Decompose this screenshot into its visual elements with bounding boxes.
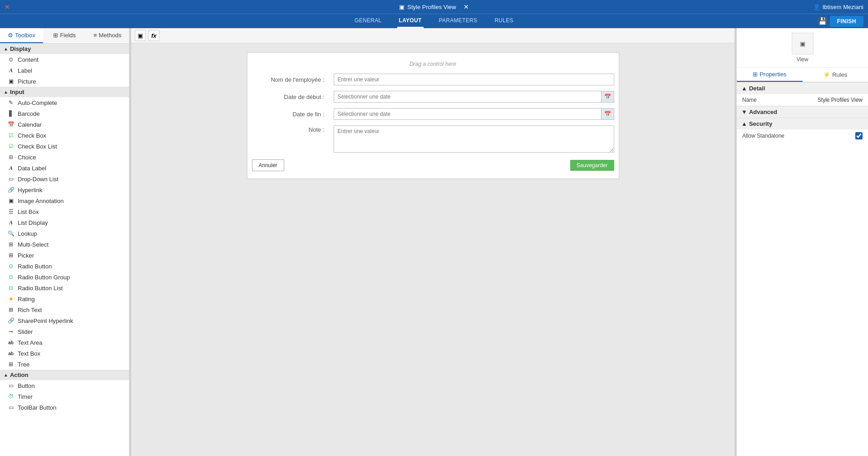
radiobuttongroup-label: Radio Button Group bbox=[18, 274, 70, 281]
tab-rules[interactable]: RULES bbox=[493, 14, 515, 28]
toolbox-item-listdisplay[interactable]: A List Display bbox=[0, 217, 129, 228]
toolbox-item-radiobuttongroup[interactable]: ⊙ Radio Button Group bbox=[0, 272, 129, 283]
picker-label: Picker bbox=[18, 252, 34, 259]
toolbarbutton-label: ToolBar Button bbox=[18, 404, 56, 411]
sauvegarder-button[interactable]: Sauvegarder bbox=[570, 160, 614, 171]
checkbox-icon: ☑ bbox=[7, 132, 15, 139]
sidebar-tab-toolbox[interactable]: ⚙ Toolbox bbox=[0, 28, 43, 43]
checkboxlist-icon: ☑ bbox=[7, 143, 15, 150]
allowstandalone-checkbox[interactable] bbox=[855, 132, 863, 139]
rp-section-detail[interactable]: ▲ Detail bbox=[737, 82, 868, 94]
methods-icon: ≡ bbox=[94, 32, 97, 39]
rp-row-name: Name Style Profiles View bbox=[737, 94, 868, 106]
toolbox-item-checkbox[interactable]: ☑ Check Box bbox=[0, 130, 129, 141]
imageannotation-icon: ▣ bbox=[7, 197, 15, 204]
toolbox-item-multiselect[interactable]: ⊞ Multi-Select bbox=[0, 239, 129, 250]
date-debut-picker-btn[interactable]: 📅 bbox=[602, 91, 614, 103]
toolbox-item-toolbarbutton[interactable]: ▭ ToolBar Button bbox=[0, 402, 129, 413]
toolbox-item-datalabel[interactable]: A Data Label bbox=[0, 163, 129, 173]
toolbox-item-sharepointlink[interactable]: 🔗 SharePoint Hyperlink bbox=[0, 315, 129, 326]
toolbox-item-radiobutton[interactable]: ⊙ Radio Button bbox=[0, 261, 129, 272]
sharepointlink-label: SharePoint Hyperlink bbox=[18, 317, 73, 324]
radiobuttonlist-label: Radio Button List bbox=[18, 285, 63, 292]
toolbox-item-barcode[interactable]: ▋ Barcode bbox=[0, 108, 129, 119]
rp-section-advanced[interactable]: ▼ Advanced bbox=[737, 106, 868, 118]
sidebar-tab-methods[interactable]: ≡ Methods bbox=[86, 28, 129, 43]
picture-icon: ▣ bbox=[7, 78, 15, 85]
note-textarea[interactable] bbox=[334, 125, 614, 153]
toolbox-item-rating[interactable]: ★ Rating bbox=[0, 293, 129, 304]
tab-layout[interactable]: LAYOUT bbox=[397, 14, 424, 28]
autocomplete-label: Auto-Complete bbox=[18, 99, 57, 106]
toolbox-item-imageannotation[interactable]: ▣ Image Annotation bbox=[0, 195, 129, 206]
toolbox-item-label[interactable]: A Label bbox=[0, 65, 129, 76]
form-row-actions: Annuler Sauvegarder bbox=[247, 157, 619, 174]
toolbox-item-listbox[interactable]: ☰ List Box bbox=[0, 206, 129, 217]
toolbox-item-richtext[interactable]: ⊞ Rich Text bbox=[0, 304, 129, 315]
toolbox-item-tree[interactable]: ⊞ Tree bbox=[0, 359, 129, 370]
content-label: Content bbox=[18, 56, 39, 63]
section-input[interactable]: ▲ Input bbox=[0, 87, 129, 97]
form-table: Nom de l'employée : Date de début : 📅 bbox=[247, 71, 619, 174]
toolbox-item-dropdown[interactable]: ▭ Drop-Down List bbox=[0, 173, 129, 184]
form-row-date-debut: Date de début : 📅 bbox=[247, 88, 619, 105]
save-button[interactable]: 💾 bbox=[818, 16, 827, 27]
form-actions-right: Sauvegarder bbox=[329, 157, 619, 174]
section-action[interactable]: ▲ Action bbox=[0, 370, 129, 380]
toolbox-item-hyperlink[interactable]: 🔗 Hyperlink bbox=[0, 184, 129, 195]
timer-icon: ⏱ bbox=[7, 393, 15, 400]
toolbox-item-timer[interactable]: ⏱ Timer bbox=[0, 391, 129, 402]
rating-icon: ★ bbox=[7, 295, 15, 302]
nom-label: Nom de l'employée : bbox=[247, 71, 329, 88]
window-close-button[interactable]: ✕ bbox=[464, 3, 469, 10]
textbox-icon: ab bbox=[7, 350, 15, 357]
canvas-toolbar-view-btn[interactable]: ▣ bbox=[135, 30, 146, 41]
rp-section-security[interactable]: ▲ Security bbox=[737, 118, 868, 129]
canvas-toolbar-fx-btn[interactable]: fx bbox=[148, 30, 159, 41]
sharepointlink-icon: 🔗 bbox=[7, 317, 15, 324]
annuler-button[interactable]: Annuler bbox=[252, 159, 284, 171]
toolbox-item-picture[interactable]: ▣ Picture bbox=[0, 76, 129, 87]
date-fin-input[interactable] bbox=[334, 108, 602, 120]
finish-button[interactable]: FINISH bbox=[830, 16, 863, 27]
rp-tab-rules[interactable]: ⚡ Rules bbox=[803, 68, 868, 82]
toolbox-item-calendar[interactable]: 📅 Calendar bbox=[0, 119, 129, 130]
toolbox-item-autocomplete[interactable]: ✎ Auto-Complete bbox=[0, 97, 129, 108]
date-fin-picker-btn[interactable]: 📅 bbox=[602, 108, 614, 120]
date-debut-input[interactable] bbox=[334, 91, 602, 103]
toolbox-item-textbox[interactable]: ab Text Box bbox=[0, 348, 129, 359]
choice-label: Choice bbox=[18, 154, 36, 161]
sidebar-tab-fields[interactable]: ⊞ Fields bbox=[43, 28, 86, 43]
toolbox-item-radiobuttonlist[interactable]: ⊙ Radio Button List bbox=[0, 283, 129, 293]
picture-label: Picture bbox=[18, 78, 36, 85]
toolbox-item-checkboxlist[interactable]: ☑ Check Box List bbox=[0, 141, 129, 152]
label-label: Label bbox=[18, 67, 32, 74]
toolbox-item-textarea[interactable]: ab Text Area bbox=[0, 337, 129, 348]
allowstandalone-label: Allow Standalone bbox=[742, 133, 852, 139]
advanced-arrow-icon: ▼ bbox=[741, 109, 747, 115]
nom-input[interactable] bbox=[334, 74, 614, 85]
toolbox-item-content[interactable]: ⊙ Content bbox=[0, 54, 129, 65]
toolbox-item-picker[interactable]: ⊞ Picker bbox=[0, 250, 129, 261]
tab-general[interactable]: GENERAL bbox=[353, 14, 383, 28]
toolbox-item-button[interactable]: ▭ Button bbox=[0, 380, 129, 391]
section-display[interactable]: ▲ Display bbox=[0, 44, 129, 54]
rp-tab-properties[interactable]: ⊞ Properties bbox=[737, 68, 803, 82]
textarea-label: Text Area bbox=[18, 339, 42, 346]
toolbox-item-slider[interactable]: ⊸ Slider bbox=[0, 326, 129, 337]
methods-label: Methods bbox=[99, 32, 122, 39]
content-icon: ⊙ bbox=[7, 56, 15, 63]
slider-label: Slider bbox=[18, 328, 33, 335]
detail-section-label: Detail bbox=[749, 85, 765, 92]
tree-icon: ⊞ bbox=[7, 361, 15, 368]
app-close-icon[interactable]: ✕ bbox=[5, 4, 10, 10]
hyperlink-label: Hyperlink bbox=[18, 187, 42, 193]
toolbox-item-choice[interactable]: ⊞ Choice bbox=[0, 152, 129, 163]
display-section-label: Display bbox=[10, 45, 31, 52]
barcode-label: Barcode bbox=[18, 110, 39, 117]
slider-icon: ⊸ bbox=[7, 328, 15, 335]
window-title: Style Profiles View bbox=[407, 4, 456, 10]
tab-parameters[interactable]: PARAMETERS bbox=[437, 14, 479, 28]
toolbox-item-lookup[interactable]: 🔍 Lookup bbox=[0, 228, 129, 239]
note-cell bbox=[329, 123, 619, 157]
